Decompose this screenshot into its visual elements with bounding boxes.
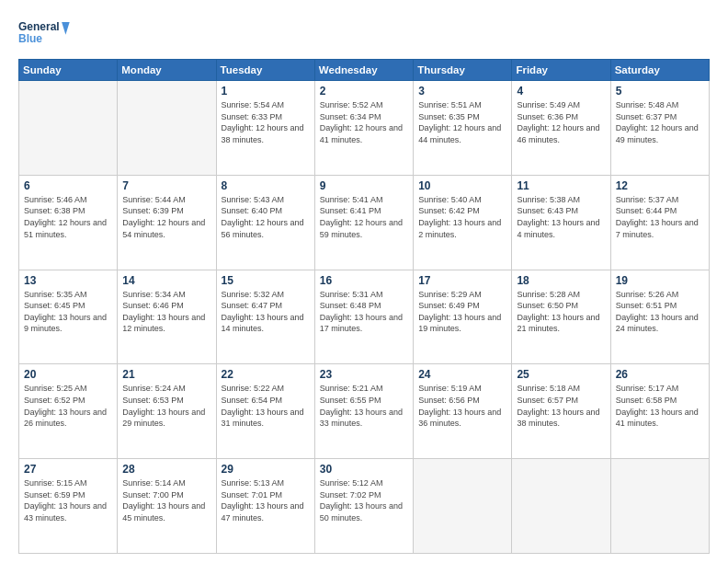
calendar-week-row: 6Sunrise: 5:46 AMSunset: 6:38 PMDaylight… bbox=[19, 175, 710, 270]
day-number: 20 bbox=[24, 368, 112, 381]
calendar-day-header: Tuesday bbox=[216, 60, 314, 81]
day-info: Sunrise: 5:13 AMSunset: 7:01 PMDaylight:… bbox=[222, 477, 310, 523]
svg-marker-2 bbox=[62, 22, 70, 35]
calendar-day-header: Thursday bbox=[414, 60, 512, 81]
calendar-cell: 1Sunrise: 5:54 AMSunset: 6:33 PMDaylight… bbox=[216, 81, 314, 176]
day-number: 15 bbox=[222, 274, 310, 287]
day-number: 13 bbox=[24, 274, 112, 287]
calendar-cell: 19Sunrise: 5:26 AMSunset: 6:51 PMDayligh… bbox=[610, 270, 709, 364]
calendar-cell: 23Sunrise: 5:21 AMSunset: 6:55 PMDayligh… bbox=[314, 364, 413, 459]
calendar-cell: 26Sunrise: 5:17 AMSunset: 6:58 PMDayligh… bbox=[610, 364, 709, 459]
day-number: 23 bbox=[320, 368, 408, 381]
calendar-cell: 27Sunrise: 5:15 AMSunset: 6:59 PMDayligh… bbox=[19, 459, 118, 554]
svg-text:Blue: Blue bbox=[18, 32, 42, 45]
day-number: 12 bbox=[616, 179, 704, 192]
calendar-week-row: 27Sunrise: 5:15 AMSunset: 6:59 PMDayligh… bbox=[19, 459, 710, 554]
day-number: 2 bbox=[320, 85, 408, 98]
day-number: 29 bbox=[222, 463, 310, 476]
day-info: Sunrise: 5:25 AMSunset: 6:52 PMDaylight:… bbox=[24, 383, 112, 429]
calendar-cell bbox=[512, 459, 610, 554]
day-info: Sunrise: 5:49 AMSunset: 6:36 PMDaylight:… bbox=[517, 99, 605, 145]
calendar-cell bbox=[19, 81, 118, 176]
calendar-cell: 5Sunrise: 5:48 AMSunset: 6:37 PMDaylight… bbox=[610, 81, 709, 176]
day-info: Sunrise: 5:17 AMSunset: 6:58 PMDaylight:… bbox=[616, 383, 704, 429]
day-number: 30 bbox=[320, 463, 408, 476]
calendar-cell: 3Sunrise: 5:51 AMSunset: 6:35 PMDaylight… bbox=[414, 81, 512, 176]
day-number: 19 bbox=[616, 274, 704, 287]
calendar-cell: 14Sunrise: 5:34 AMSunset: 6:46 PMDayligh… bbox=[118, 270, 216, 364]
day-number: 11 bbox=[517, 179, 605, 192]
day-info: Sunrise: 5:14 AMSunset: 7:00 PMDaylight:… bbox=[122, 477, 210, 523]
calendar-cell: 9Sunrise: 5:41 AMSunset: 6:41 PMDaylight… bbox=[314, 175, 413, 270]
day-info: Sunrise: 5:15 AMSunset: 6:59 PMDaylight:… bbox=[24, 477, 112, 523]
calendar-day-header: Saturday bbox=[610, 60, 709, 81]
day-info: Sunrise: 5:29 AMSunset: 6:49 PMDaylight:… bbox=[418, 289, 506, 335]
day-number: 5 bbox=[616, 85, 704, 98]
day-info: Sunrise: 5:18 AMSunset: 6:57 PMDaylight:… bbox=[517, 383, 605, 429]
day-number: 28 bbox=[122, 463, 210, 476]
day-info: Sunrise: 5:19 AMSunset: 6:56 PMDaylight:… bbox=[418, 383, 506, 429]
calendar-week-row: 13Sunrise: 5:35 AMSunset: 6:45 PMDayligh… bbox=[19, 270, 710, 364]
day-info: Sunrise: 5:44 AMSunset: 6:39 PMDaylight:… bbox=[122, 194, 210, 240]
calendar-cell: 2Sunrise: 5:52 AMSunset: 6:34 PMDaylight… bbox=[314, 81, 413, 176]
calendar-cell: 11Sunrise: 5:38 AMSunset: 6:43 PMDayligh… bbox=[512, 175, 610, 270]
day-number: 16 bbox=[320, 274, 408, 287]
day-number: 21 bbox=[122, 368, 210, 381]
day-info: Sunrise: 5:22 AMSunset: 6:54 PMDaylight:… bbox=[222, 383, 310, 429]
calendar-cell: 29Sunrise: 5:13 AMSunset: 7:01 PMDayligh… bbox=[216, 459, 314, 554]
calendar-cell: 21Sunrise: 5:24 AMSunset: 6:53 PMDayligh… bbox=[118, 364, 216, 459]
day-info: Sunrise: 5:12 AMSunset: 7:02 PMDaylight:… bbox=[320, 477, 408, 523]
calendar-cell: 20Sunrise: 5:25 AMSunset: 6:52 PMDayligh… bbox=[19, 364, 118, 459]
day-info: Sunrise: 5:41 AMSunset: 6:41 PMDaylight:… bbox=[320, 194, 408, 240]
calendar-table: SundayMondayTuesdayWednesdayThursdayFrid… bbox=[18, 59, 710, 554]
day-number: 27 bbox=[24, 463, 112, 476]
day-info: Sunrise: 5:28 AMSunset: 6:50 PMDaylight:… bbox=[517, 289, 605, 335]
day-number: 1 bbox=[222, 85, 310, 98]
day-info: Sunrise: 5:34 AMSunset: 6:46 PMDaylight:… bbox=[122, 289, 210, 335]
calendar-day-header: Friday bbox=[512, 60, 610, 81]
day-number: 9 bbox=[320, 179, 408, 192]
calendar-cell: 28Sunrise: 5:14 AMSunset: 7:00 PMDayligh… bbox=[118, 459, 216, 554]
day-number: 17 bbox=[418, 274, 506, 287]
calendar-cell bbox=[610, 459, 709, 554]
day-info: Sunrise: 5:43 AMSunset: 6:40 PMDaylight:… bbox=[222, 194, 310, 240]
calendar-day-header: Sunday bbox=[19, 60, 118, 81]
day-number: 26 bbox=[616, 368, 704, 381]
day-info: Sunrise: 5:51 AMSunset: 6:35 PMDaylight:… bbox=[418, 99, 506, 145]
calendar-cell: 12Sunrise: 5:37 AMSunset: 6:44 PMDayligh… bbox=[610, 175, 709, 270]
calendar-cell: 17Sunrise: 5:29 AMSunset: 6:49 PMDayligh… bbox=[414, 270, 512, 364]
calendar-week-row: 1Sunrise: 5:54 AMSunset: 6:33 PMDaylight… bbox=[19, 81, 710, 176]
day-number: 8 bbox=[222, 179, 310, 192]
calendar-cell: 16Sunrise: 5:31 AMSunset: 6:48 PMDayligh… bbox=[314, 270, 413, 364]
day-info: Sunrise: 5:37 AMSunset: 6:44 PMDaylight:… bbox=[616, 194, 704, 240]
calendar-cell bbox=[414, 459, 512, 554]
day-info: Sunrise: 5:24 AMSunset: 6:53 PMDaylight:… bbox=[122, 383, 210, 429]
day-number: 14 bbox=[122, 274, 210, 287]
day-info: Sunrise: 5:48 AMSunset: 6:37 PMDaylight:… bbox=[616, 99, 704, 145]
day-info: Sunrise: 5:38 AMSunset: 6:43 PMDaylight:… bbox=[517, 194, 605, 240]
calendar-cell: 24Sunrise: 5:19 AMSunset: 6:56 PMDayligh… bbox=[414, 364, 512, 459]
day-number: 4 bbox=[517, 85, 605, 98]
day-info: Sunrise: 5:31 AMSunset: 6:48 PMDaylight:… bbox=[320, 289, 408, 335]
day-number: 3 bbox=[418, 85, 506, 98]
day-info: Sunrise: 5:40 AMSunset: 6:42 PMDaylight:… bbox=[418, 194, 506, 240]
logo: GeneralBlue bbox=[18, 17, 74, 50]
calendar-cell: 15Sunrise: 5:32 AMSunset: 6:47 PMDayligh… bbox=[216, 270, 314, 364]
day-info: Sunrise: 5:26 AMSunset: 6:51 PMDaylight:… bbox=[616, 289, 704, 335]
day-info: Sunrise: 5:46 AMSunset: 6:38 PMDaylight:… bbox=[24, 194, 112, 240]
calendar-cell: 10Sunrise: 5:40 AMSunset: 6:42 PMDayligh… bbox=[414, 175, 512, 270]
calendar-day-header: Wednesday bbox=[314, 60, 413, 81]
day-info: Sunrise: 5:35 AMSunset: 6:45 PMDaylight:… bbox=[24, 289, 112, 335]
day-number: 7 bbox=[122, 179, 210, 192]
day-info: Sunrise: 5:52 AMSunset: 6:34 PMDaylight:… bbox=[320, 99, 408, 145]
page-header: GeneralBlue bbox=[18, 17, 710, 50]
calendar-cell: 6Sunrise: 5:46 AMSunset: 6:38 PMDaylight… bbox=[19, 175, 118, 270]
day-info: Sunrise: 5:54 AMSunset: 6:33 PMDaylight:… bbox=[222, 99, 310, 145]
svg-text:General: General bbox=[18, 20, 60, 33]
calendar-header-row: SundayMondayTuesdayWednesdayThursdayFrid… bbox=[19, 60, 710, 81]
calendar-cell: 25Sunrise: 5:18 AMSunset: 6:57 PMDayligh… bbox=[512, 364, 610, 459]
calendar-cell bbox=[118, 81, 216, 176]
day-number: 6 bbox=[24, 179, 112, 192]
day-info: Sunrise: 5:32 AMSunset: 6:47 PMDaylight:… bbox=[222, 289, 310, 335]
calendar-day-header: Monday bbox=[118, 60, 216, 81]
